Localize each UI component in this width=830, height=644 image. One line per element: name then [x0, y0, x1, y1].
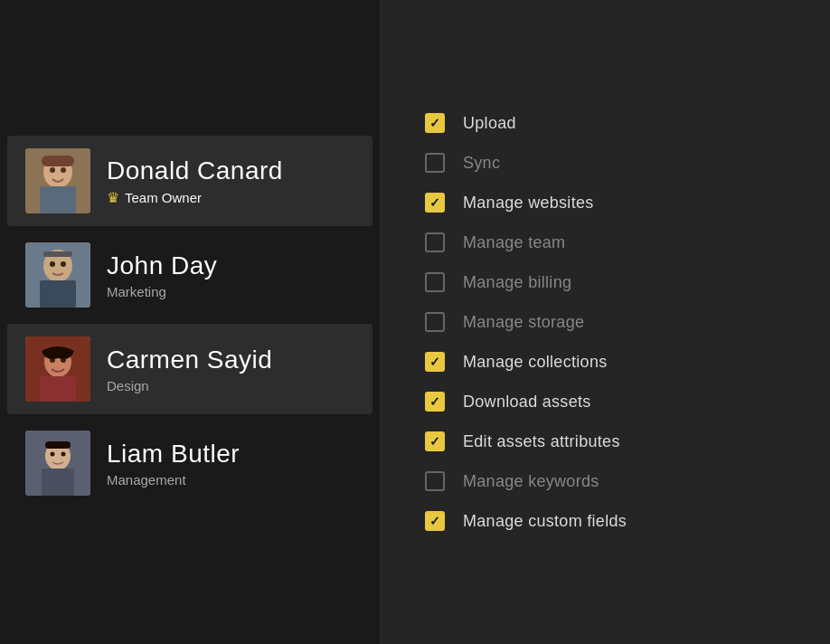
member-name-john: John Day — [107, 251, 217, 281]
member-info-liam: Liam ButlerManagement — [107, 439, 240, 488]
permissions-panel: UploadSyncManage websitesManage teamMana… — [380, 0, 830, 644]
permission-label-edit-assets-attributes: Edit assets attributes — [463, 432, 620, 451]
team-member-carmen[interactable]: Carmen SayidDesign — [7, 324, 373, 414]
svg-rect-14 — [40, 376, 76, 402]
checkbox-manage-websites[interactable] — [425, 193, 445, 213]
permission-label-download-assets: Download assets — [463, 393, 591, 412]
svg-point-3 — [50, 167, 55, 173]
permission-label-upload: Upload — [463, 114, 516, 133]
svg-rect-5 — [42, 156, 74, 166]
member-name-donald: Donald Canard — [107, 156, 283, 186]
permission-row-manage-storage: Manage storage — [425, 302, 785, 342]
owner-badge: ♛Team Owner — [107, 189, 283, 206]
svg-point-10 — [61, 261, 66, 267]
checkbox-manage-keywords[interactable] — [425, 471, 445, 491]
permission-label-manage-websites: Manage websites — [463, 194, 594, 213]
owner-label: Team Owner — [125, 190, 202, 205]
avatar-john — [25, 242, 90, 308]
svg-rect-22 — [45, 441, 71, 449]
checkbox-edit-assets-attributes[interactable] — [425, 431, 445, 451]
checkbox-manage-team[interactable] — [425, 232, 445, 252]
checkbox-download-assets[interactable] — [425, 392, 445, 412]
member-info-donald: Donald Canard♛Team Owner — [107, 156, 283, 207]
permission-row-manage-websites: Manage websites — [425, 183, 785, 223]
checkbox-manage-storage[interactable] — [425, 312, 445, 332]
checkbox-sync[interactable] — [425, 153, 445, 173]
checkbox-upload[interactable] — [425, 113, 445, 133]
svg-rect-19 — [42, 469, 74, 496]
svg-point-21 — [61, 452, 66, 457]
checkbox-manage-collections[interactable] — [425, 352, 445, 372]
svg-rect-2 — [40, 186, 76, 213]
permission-row-manage-billing: Manage billing — [425, 262, 785, 302]
checkbox-manage-custom-fields[interactable] — [425, 511, 445, 531]
svg-point-4 — [61, 167, 66, 173]
member-name-carmen: Carmen Sayid — [107, 345, 272, 375]
avatar-liam — [25, 431, 90, 496]
permission-label-manage-storage: Manage storage — [463, 313, 584, 332]
member-info-john: John DayMarketing — [107, 251, 217, 300]
member-role-john: Marketing — [107, 284, 217, 299]
permission-row-download-assets: Download assets — [425, 382, 785, 421]
team-member-list: Donald Canard♛Team Owner John DayMarketi… — [0, 0, 380, 644]
checkbox-manage-billing[interactable] — [425, 272, 445, 292]
svg-point-9 — [50, 261, 55, 267]
permission-label-manage-billing: Manage billing — [463, 273, 571, 292]
svg-rect-11 — [43, 251, 72, 257]
team-member-liam[interactable]: Liam ButlerManagement — [7, 418, 373, 508]
permission-row-upload: Upload — [425, 103, 785, 143]
team-member-donald[interactable]: Donald Canard♛Team Owner — [7, 136, 373, 226]
member-name-liam: Liam Butler — [107, 439, 240, 469]
member-role-liam: Management — [107, 472, 240, 488]
svg-rect-8 — [40, 280, 76, 308]
permission-label-manage-custom-fields: Manage custom fields — [463, 512, 627, 531]
permission-label-manage-keywords: Manage keywords — [463, 472, 599, 491]
permission-label-manage-collections: Manage collections — [463, 353, 608, 372]
permission-row-manage-keywords: Manage keywords — [425, 461, 785, 501]
member-info-carmen: Carmen SayidDesign — [107, 345, 272, 394]
avatar-donald — [25, 148, 90, 213]
permission-row-edit-assets-attributes: Edit assets attributes — [425, 421, 785, 461]
crown-icon: ♛ — [107, 189, 119, 206]
permission-label-manage-team: Manage team — [463, 233, 565, 252]
svg-point-20 — [51, 452, 55, 457]
permission-row-sync: Sync — [425, 143, 785, 183]
permission-row-manage-custom-fields: Manage custom fields — [425, 501, 785, 541]
member-role-carmen: Design — [107, 378, 272, 393]
permission-label-sync: Sync — [463, 154, 500, 173]
permission-row-manage-collections: Manage collections — [425, 342, 785, 382]
permission-row-manage-team: Manage team — [425, 223, 785, 262]
avatar-carmen — [25, 336, 90, 402]
team-member-john[interactable]: John DayMarketing — [7, 230, 373, 320]
